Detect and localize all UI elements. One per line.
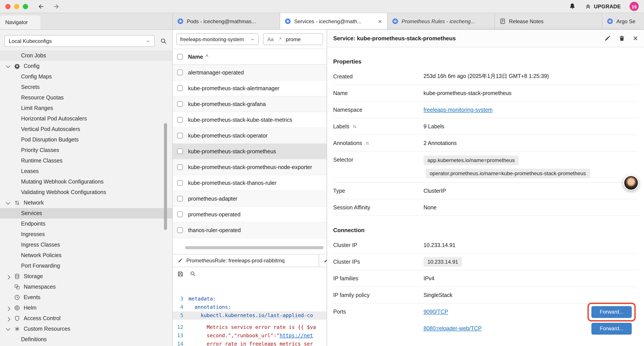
tab-pods[interactable]: Pods - icecheng@mathmas...: [173, 13, 280, 29]
sidebar-item-port-forwarding[interactable]: Port Forwarding: [0, 261, 172, 271]
expand-collapse-icon[interactable]: [365, 141, 370, 145]
table-row[interactable]: alertmanager-operated: [173, 65, 326, 81]
sidebar-item-secrets[interactable]: Secrets: [0, 82, 172, 92]
row-checkbox[interactable]: [177, 117, 183, 123]
sidebar-item-services[interactable]: Services: [0, 208, 172, 219]
window-zoom-button[interactable]: [23, 4, 28, 9]
sidebar-item-limit-ranges[interactable]: Limit Ranges: [0, 103, 172, 113]
kubernetes-icon: [284, 18, 291, 24]
table-row[interactable]: kube-prometheus-stack-kube-state-metrics: [173, 112, 326, 128]
sidebar-item-cron-jobs[interactable]: Cron Jobs: [0, 50, 172, 61]
row-checkbox[interactable]: [177, 164, 183, 170]
notifications-bell-icon[interactable]: [568, 3, 576, 10]
tab-prometheus-rules[interactable]: Prometheus Rules - icecheng...: [388, 13, 495, 29]
editor-search-icon[interactable]: [190, 271, 196, 277]
row-checkbox[interactable]: [177, 70, 183, 75]
tab-release-notes[interactable]: Release Notes: [495, 13, 602, 29]
sidebar-item-mutating-webhook-configurations[interactable]: Mutating Webhook Configurations: [0, 177, 172, 187]
sidebar-item-definitions[interactable]: Definitions: [0, 334, 172, 345]
upgrade-button[interactable]: UPGRADE: [584, 3, 621, 10]
sidebar-item-resource-quotas[interactable]: Resource Quotas: [0, 92, 172, 103]
sidebar-item-ingresses[interactable]: Ingresses: [0, 229, 172, 240]
sidebar-item-config-maps[interactable]: Config Maps: [0, 71, 172, 82]
dock-tab-partial[interactable]: [319, 255, 326, 267]
sidebar-item-network-policies[interactable]: Network Policies: [0, 250, 172, 261]
port-link[interactable]: 9090/TCP: [424, 309, 448, 315]
table-row[interactable]: thanos-ruler-operated: [173, 223, 326, 238]
property-label: IP family policy: [333, 292, 424, 298]
namespace-link[interactable]: freeleaps-monitoring-system: [424, 107, 492, 113]
match-case-toggle[interactable]: Aa: [268, 36, 274, 42]
sidebar-scrollbar[interactable]: [164, 123, 167, 230]
table-row[interactable]: kube-prometheus-stack-thanos-ruler: [173, 175, 326, 191]
row-checkbox[interactable]: [177, 85, 183, 91]
sidebar-item-ingress-classes[interactable]: Ingress Classes: [0, 240, 172, 250]
sidebar-item-validating-webhook-configurations[interactable]: Validating Webhook Configurations: [0, 187, 172, 198]
service-name: thanos-ruler-operated: [188, 227, 241, 233]
name-column-header[interactable]: Name: [188, 54, 203, 60]
notification-count-badge[interactable]: 15: [630, 2, 639, 11]
table-row[interactable]: prometheus-operated: [173, 207, 326, 223]
edit-resource-button[interactable]: [604, 35, 611, 42]
sidebar-item-custom-resources[interactable]: Custom Resources: [0, 324, 172, 334]
row-checkbox[interactable]: [177, 212, 183, 217]
sidebar-item-namespaces[interactable]: Namespaces: [0, 282, 172, 292]
window-minimize-button[interactable]: [14, 4, 19, 9]
search-icon[interactable]: [160, 37, 167, 44]
sidebar-item-label: Runtime Classes: [21, 158, 62, 164]
table-row[interactable]: kube-prometheus-stack-alertmanager: [173, 81, 326, 96]
sidebar-item-network[interactable]: Network: [0, 198, 172, 208]
sidebar-item-endpoints[interactable]: Endpoints: [0, 219, 172, 229]
back-button[interactable]: [38, 3, 45, 10]
sidebar-item-access-control[interactable]: Access Control: [0, 313, 172, 324]
dock-tab-prometheusrule[interactable]: PrometheusRule: freeleaps-prod-rabbitmq: [173, 255, 319, 267]
table-row-selected[interactable]: kube-prometheus-stack-prometheus: [173, 144, 326, 159]
port-link[interactable]: 8080:reloader-web/TCP: [424, 326, 482, 332]
close-tab-icon[interactable]: ×: [377, 18, 383, 24]
regex-toggle[interactable]: .*: [278, 36, 281, 42]
sidebar-item-storage[interactable]: Storage: [0, 271, 172, 282]
table-row[interactable]: kube-prometheus-stack-grafana: [173, 96, 326, 112]
row-checkbox[interactable]: [177, 133, 183, 138]
table-row[interactable]: kube-prometheus-stack-operator: [173, 128, 326, 144]
expand-collapse-icon[interactable]: [352, 124, 357, 129]
sidebar-item-priority-classes[interactable]: Priority Classes: [0, 145, 172, 155]
forward-button[interactable]: Forward...: [592, 306, 632, 318]
kubeconfig-selector[interactable]: Local Kubeconfigs: [4, 35, 155, 47]
row-checkbox[interactable]: [177, 180, 183, 186]
horizontal-scrollbar[interactable]: [185, 246, 324, 249]
forward-button[interactable]: Forward...: [592, 323, 632, 335]
table-row[interactable]: prometheus-adapter: [173, 191, 326, 207]
row-checkbox[interactable]: [177, 101, 183, 107]
sidebar-item-pod-disruption-budgets[interactable]: Pod Disruption Budgets: [0, 134, 172, 145]
close-drawer-button[interactable]: ×: [633, 34, 638, 42]
sidebar-item-runtime-classes[interactable]: Runtime Classes: [0, 155, 172, 166]
sidebar-item-label: Endpoints: [21, 221, 45, 227]
sidebar-item-vertical-pod-autoscalers[interactable]: Vertical Pod Autoscalers: [0, 124, 172, 134]
clock-icon: [14, 294, 20, 301]
tab-services[interactable]: Services - icecheng@math... ×: [280, 13, 388, 29]
table-search-input[interactable]: Aa .* prome: [263, 33, 323, 45]
sidebar-item-leases[interactable]: Leases: [0, 166, 172, 177]
window-close-button[interactable]: [5, 4, 10, 9]
save-icon[interactable]: [177, 271, 184, 277]
select-all-checkbox[interactable]: [177, 54, 183, 59]
row-checkbox[interactable]: [177, 196, 183, 201]
row-checkbox[interactable]: [177, 227, 183, 233]
forward-button[interactable]: [52, 3, 60, 10]
yaml-editor[interactable]: 3metadata: 4 annotations: 5 kubectl.kube…: [173, 280, 326, 346]
property-label: Session Affinity: [333, 204, 424, 210]
tab-argo[interactable]: Argo Se: [602, 13, 644, 29]
delete-resource-button[interactable]: [618, 35, 625, 42]
namespace-filter-dropdown[interactable]: freeleaps-monitoring-system: [176, 33, 259, 45]
sidebar-item-helm[interactable]: Helm: [0, 303, 172, 313]
sidebar-item-config[interactable]: Config: [0, 61, 172, 71]
sidebar-item-events[interactable]: Events: [0, 292, 172, 303]
navigator-tab[interactable]: Navigator: [0, 15, 40, 29]
sidebar-item-label: Mutating Webhook Configurations: [21, 179, 104, 185]
property-value: ClusterIP: [424, 188, 638, 194]
main-area: Local Kubeconfigs Cron Jobs Config Confi…: [0, 30, 644, 346]
table-row[interactable]: kube-prometheus-stack-prometheus-node-ex…: [173, 159, 326, 175]
row-checkbox[interactable]: [177, 148, 183, 154]
sidebar-item-horizontal-pod-autoscalers[interactable]: Horizontal Pod Autoscalers: [0, 113, 172, 124]
